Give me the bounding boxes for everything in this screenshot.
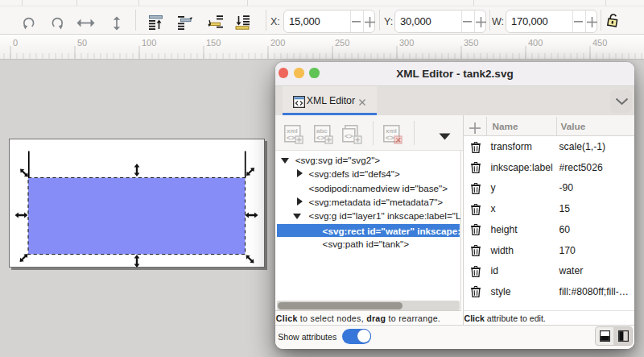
- svg-text:<>: <>: [287, 134, 295, 142]
- svg-text:300: 300: [399, 38, 414, 48]
- svg-text:<>: <>: [345, 132, 353, 140]
- svg-text:350: 350: [464, 38, 478, 48]
- svg-text:100: 100: [142, 38, 156, 48]
- svg-text:<>: <>: [386, 134, 394, 142]
- svg-text:250: 250: [335, 38, 349, 48]
- svg-text:400: 400: [528, 38, 543, 48]
- svg-text:200: 200: [270, 38, 285, 48]
- svg-text:<>: <>: [316, 134, 325, 142]
- svg-text:150: 150: [206, 38, 221, 48]
- svg-text:450: 450: [592, 38, 607, 48]
- svg-text:50: 50: [77, 38, 87, 48]
- svg-text:0: 0: [13, 38, 18, 48]
